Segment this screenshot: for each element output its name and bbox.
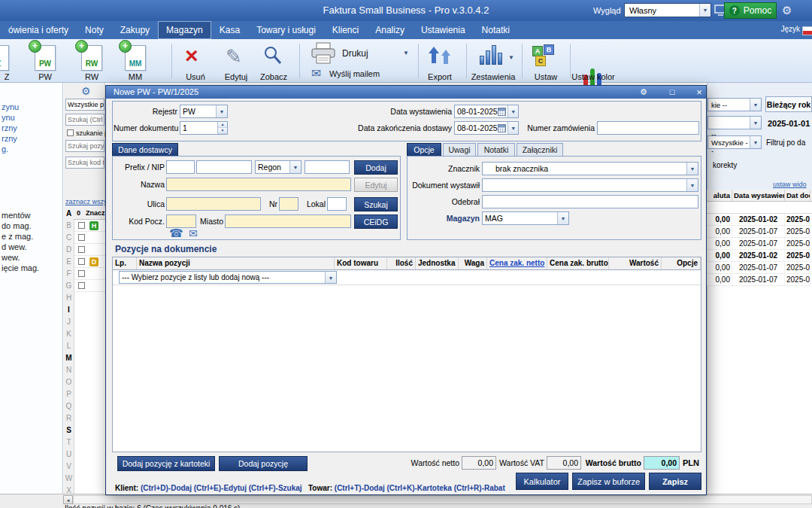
phone-icon[interactable]: ☎ xyxy=(169,227,183,240)
street-input[interactable] xyxy=(166,197,261,211)
register-select[interactable]: PW ▼ xyxy=(180,105,228,118)
order-number-input[interactable] xyxy=(597,121,699,135)
step-up-icon[interactable]: ▲ xyxy=(218,122,227,128)
corrections-label[interactable]: korekty xyxy=(713,161,737,169)
nip-input[interactable] xyxy=(196,160,252,174)
close-icon[interactable]: × xyxy=(691,86,707,99)
toolbar-mm-label[interactable]: MM xyxy=(120,72,150,81)
table-row[interactable]: 0,002025-01-072025-01-0 xyxy=(707,226,812,238)
edit-pencil-icon[interactable]: ✎ xyxy=(226,45,242,68)
toolbar-print-label[interactable]: Drukuj xyxy=(342,48,368,59)
delivery-end-date-picker[interactable]: 08-01-2025 ▼ xyxy=(454,121,519,135)
tab-uwagi[interactable]: Uwagi xyxy=(443,143,476,156)
letter-index-m[interactable]: M xyxy=(64,352,74,364)
nav-list-item[interactable]: d wew. xyxy=(2,242,27,251)
toolbar-set-color-label[interactable]: Ustaw kolor xyxy=(571,72,615,81)
menu-item-klienci[interactable]: Klienci xyxy=(324,21,367,39)
nav-tree-item[interactable]: rzny xyxy=(2,134,17,143)
period-header[interactable]: Bieżący rok xyxy=(765,96,812,112)
letter-index-e[interactable]: E xyxy=(64,256,74,268)
save-button[interactable]: Zapisz xyxy=(649,473,701,490)
dialog-titlebar[interactable]: Nowe PW - PW/1/2025 xyxy=(106,86,706,99)
appearance-select[interactable]: Własny ▼ xyxy=(624,3,711,17)
toolbar-export-label[interactable]: Export xyxy=(423,72,457,81)
prefix-input[interactable] xyxy=(166,160,195,174)
document-row[interactable]: H xyxy=(74,220,105,232)
toolbar-reports-label[interactable]: Zestawienia xyxy=(471,72,516,81)
letter-index-a[interactable]: A xyxy=(64,208,74,220)
polish-flag-icon[interactable] xyxy=(802,26,812,35)
search-checkbox[interactable] xyxy=(67,129,74,136)
supplier-tab[interactable]: Dane dostawcy xyxy=(112,143,178,156)
secondary-select[interactable]: ▼ xyxy=(707,116,762,129)
unit-input[interactable] xyxy=(327,197,347,211)
grid-col-znacznik[interactable]: Znacz xyxy=(86,209,105,217)
toolbar-setup-label[interactable]: Ustaw xyxy=(531,72,561,81)
add-supplier-button[interactable]: Dodaj xyxy=(354,160,398,175)
letter-index-k[interactable]: K xyxy=(64,328,74,340)
toolbar-view-label[interactable]: Zobacz xyxy=(257,72,290,81)
letter-index-v[interactable]: V xyxy=(64,461,74,473)
search-supplier-button[interactable]: Szukaj xyxy=(354,197,398,211)
letter-index-c[interactable]: C xyxy=(64,232,74,244)
table-row[interactable]: 0,002025-01-072025-01-0 xyxy=(707,262,812,274)
row-checkbox[interactable] xyxy=(78,246,85,253)
step-down-icon[interactable]: ▼ xyxy=(218,128,227,134)
row-checkbox[interactable] xyxy=(78,258,85,265)
toolbar-pw-label[interactable]: PW xyxy=(30,72,60,81)
export-arrows-icon[interactable] xyxy=(427,45,451,68)
table-row[interactable]: 0,002025-01-022025-01-0 xyxy=(707,214,812,226)
row-checkbox[interactable] xyxy=(78,234,85,241)
help-button[interactable]: ? Pomoc xyxy=(724,2,777,19)
supplier-name-input[interactable] xyxy=(166,178,351,191)
row-checkbox[interactable] xyxy=(78,282,85,289)
search-position-input[interactable]: Szukaj pozycji na xyxy=(65,140,105,152)
table-row[interactable]: 0,002025-01-072025-01-0 xyxy=(707,238,812,250)
grid-col-zero[interactable]: 0 xyxy=(77,209,80,217)
document-row[interactable]: D xyxy=(74,256,105,268)
search-input[interactable]: Szukaj (Ctrl +F) xyxy=(65,114,105,126)
letter-index-g[interactable]: G xyxy=(64,280,74,292)
sidebar-gear-icon[interactable]: ⚙ xyxy=(81,85,91,97)
column-header[interactable]: Data wystawienia xyxy=(732,190,785,201)
chevron-down-icon[interactable]: ▼ xyxy=(508,54,514,61)
row-checkbox[interactable] xyxy=(78,222,85,229)
marker-select[interactable]: brak znacznika ▼ xyxy=(482,162,698,175)
mail-envelope-icon[interactable]: ✉ xyxy=(189,227,198,239)
number-stepper[interactable]: ▲▼ xyxy=(217,122,227,134)
search-code-input[interactable]: Szukaj kod towar xyxy=(65,157,105,169)
letter-index-t[interactable]: T xyxy=(64,437,74,449)
scroll-left-arrow[interactable]: ◂ xyxy=(63,495,73,504)
document-row[interactable] xyxy=(74,232,105,244)
item-picker-select[interactable]: --- Wybierz pozycje z listy lub dodaj no… xyxy=(119,271,337,284)
all-filter-select[interactable]: -- Wszystkie -- ▼ xyxy=(707,135,762,149)
letter-index-j[interactable]: J xyxy=(64,316,74,328)
nav-tree-item[interactable]: rzny xyxy=(2,123,17,132)
menu-item-zakupy[interactable]: Zakupy xyxy=(112,21,158,39)
settings-gear-icon[interactable]: ⚙ xyxy=(782,4,792,17)
register-select[interactable]: kie -- ▼ xyxy=(707,98,762,111)
fields-select[interactable]: Wszystkie pola xyxy=(65,99,105,111)
letter-index-i[interactable]: I xyxy=(64,304,74,316)
set-view-link[interactable]: ustaw wido xyxy=(773,181,807,188)
letter-index-f[interactable]: F xyxy=(64,268,74,280)
tab-zalaczniki[interactable]: Załączniki xyxy=(517,143,563,156)
toolbar-delete-label[interactable]: Usuń xyxy=(180,72,211,81)
toolbar-new-pw-button[interactable]: + PW xyxy=(35,45,56,71)
nav-tree-item[interactable]: ynu xyxy=(2,113,15,122)
nav-list-item[interactable]: mentów xyxy=(2,211,31,220)
letter-index-s[interactable]: S xyxy=(64,424,74,437)
add-item-from-catalog-button[interactable]: Dodaj pozycję z kartoteki xyxy=(117,456,215,471)
menu-item-analizy[interactable]: Analizy xyxy=(367,21,413,39)
maximize-icon[interactable]: □ xyxy=(664,86,680,99)
letter-index-h[interactable]: H xyxy=(64,292,74,304)
document-row[interactable] xyxy=(74,268,105,280)
delete-x-icon[interactable]: × xyxy=(185,44,198,68)
letter-index-l[interactable]: L xyxy=(64,340,74,352)
nav-tree-item[interactable]: g. xyxy=(2,144,8,154)
document-row[interactable] xyxy=(74,244,105,256)
mail-envelope-icon[interactable]: ✉ xyxy=(311,66,321,81)
toolbar-new-pz-button[interactable]: + Z xyxy=(0,45,9,71)
filter-by-date-label[interactable]: Filtruj po da xyxy=(766,138,805,147)
nav-list-item[interactable]: ięcie mag. xyxy=(2,263,39,272)
